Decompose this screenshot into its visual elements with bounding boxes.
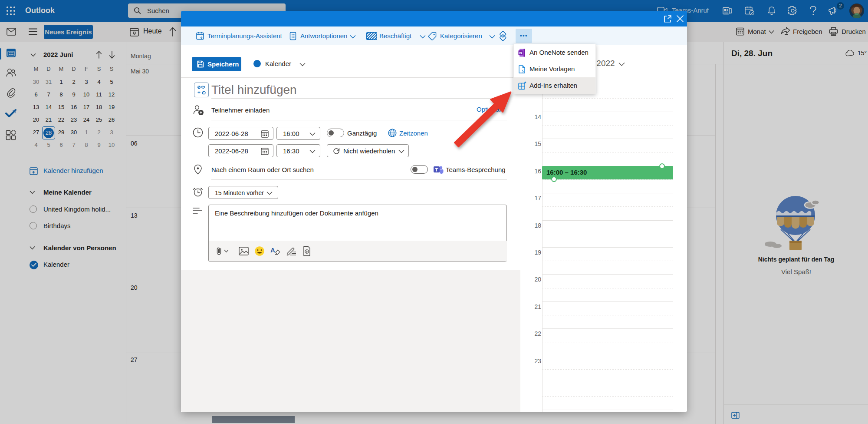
- svg-text:N: N: [519, 50, 522, 55]
- svg-text:A: A: [270, 246, 275, 254]
